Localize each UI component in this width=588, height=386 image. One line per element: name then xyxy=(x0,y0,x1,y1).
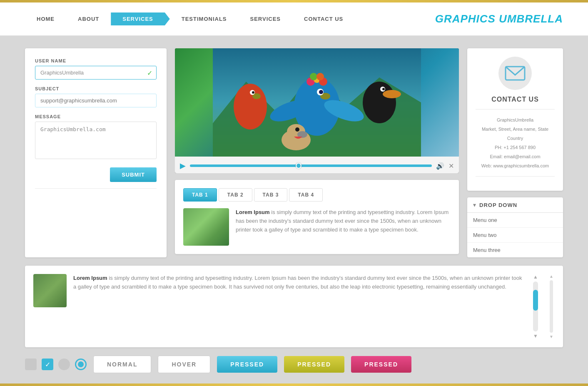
dropdown-item-3[interactable]: Menu three xyxy=(467,243,563,257)
nav-links: HOME ABOUT SERVICES TESTIMONIALS SERVICE… xyxy=(25,12,435,25)
username-label: USER NAME xyxy=(35,58,157,63)
username-input[interactable] xyxy=(35,66,157,80)
dropdown-item-1[interactable]: Menu one xyxy=(467,213,563,228)
svg-point-23 xyxy=(382,88,385,90)
scroll-text: Lorem Ipsum is simply dummy text of the … xyxy=(73,274,523,291)
dropdown-header[interactable]: ▾ DROP DOWN xyxy=(467,197,563,213)
contact-card: CONTACT US GraphicsUmbrella Market, Stre… xyxy=(467,48,563,191)
nav-bar: HOME ABOUT SERVICES TESTIMONIALS SERVICE… xyxy=(0,2,588,36)
dropdown-arrow-icon: ▾ xyxy=(473,202,476,208)
scroll-up-arrow-2[interactable]: ▲ xyxy=(549,274,553,279)
btn-pressed-pink[interactable]: PRESSED xyxy=(351,356,411,373)
dropdown-section: ▾ DROP DOWN Menu one Menu two Menu three xyxy=(467,197,563,257)
checkbox-checked[interactable]: ✓ xyxy=(42,359,53,370)
scrollbar-track[interactable] xyxy=(533,281,538,331)
tab-4-button[interactable]: TAB 4 xyxy=(289,188,323,202)
scroll-down-arrow[interactable]: ▼ xyxy=(533,333,538,339)
tab-text: Lorem Ipsum is simply dummy text of the … xyxy=(236,208,451,234)
contact-form-panel: USER NAME ✓ SUBJECT MESSAGE GraphicsUmbr… xyxy=(25,48,167,257)
form-divider xyxy=(35,188,157,189)
nav-item-services2[interactable]: SERVICES xyxy=(239,12,293,25)
contact-title: CONTACT US xyxy=(476,96,555,103)
message-label: MESSAGE xyxy=(35,114,157,119)
scrollbar-thin-container: ▲ ▼ xyxy=(548,274,555,339)
radio-filled[interactable] xyxy=(75,359,87,370)
contact-name: GraphicsUmbrella xyxy=(476,115,555,125)
nav-item-contact[interactable]: CONTACT US xyxy=(292,12,355,25)
nav-item-testimonials[interactable]: TESTIMONIALS xyxy=(170,12,239,25)
svg-point-6 xyxy=(319,90,323,94)
video-controls: ▶ 🔊 ✕ xyxy=(175,157,459,173)
btn-pressed-yellow[interactable]: PRESSED xyxy=(284,356,344,373)
play-button[interactable]: ▶ xyxy=(180,161,186,170)
tab-text-bold: Lorem Ipsum xyxy=(236,209,270,215)
scroll-bold: Lorem Ipsum xyxy=(73,275,107,281)
username-wrapper: ✓ xyxy=(35,66,157,80)
svg-point-12 xyxy=(310,73,317,80)
volume-icon[interactable]: 🔊 xyxy=(436,162,444,170)
scroll-down-arrow-2[interactable]: ▼ xyxy=(549,334,553,339)
scroll-up-arrow[interactable]: ▲ xyxy=(533,274,538,280)
scroll-content: Lorem Ipsum is simply dummy text of the … xyxy=(73,274,523,339)
scrollbar-thumb xyxy=(533,290,538,311)
nav-item-home[interactable]: HOME xyxy=(25,12,66,25)
tab-2-button[interactable]: TAB 2 xyxy=(219,188,252,202)
scroll-body: is simply dummy text of the printing and… xyxy=(73,275,522,290)
contact-phone: PH: +1 254 567 890 xyxy=(476,143,555,152)
svg-point-27 xyxy=(295,127,299,132)
second-row: Lorem Ipsum is simply dummy text of the … xyxy=(0,266,588,351)
bottom-row: ✓ NORMAL HOVER PRESSED PRESSED PRESSED xyxy=(0,351,588,381)
dropdown-item-2[interactable]: Menu two xyxy=(467,228,563,243)
progress-thumb xyxy=(296,163,301,169)
checkbox-empty[interactable] xyxy=(25,359,37,370)
main-content: USER NAME ✓ SUBJECT MESSAGE GraphicsUmbr… xyxy=(0,40,588,266)
checkbox-group: ✓ xyxy=(25,359,87,370)
contact-address1: Market, Street, Area name, State xyxy=(476,125,555,134)
scrollbar-container: ▲ ▼ xyxy=(530,274,541,339)
svg-point-18 xyxy=(252,91,254,94)
mail-icon xyxy=(505,65,526,82)
contact-info: GraphicsUmbrella Market, Street, Area na… xyxy=(476,115,555,170)
right-panel: CONTACT US GraphicsUmbrella Market, Stre… xyxy=(467,48,563,257)
radio-empty[interactable] xyxy=(58,359,70,370)
check-icon: ✓ xyxy=(147,69,152,77)
video-container: ▶ 🔊 ✕ xyxy=(175,48,459,173)
message-textarea[interactable]: GraphicsUmbrella.com xyxy=(35,122,157,159)
center-panel: ▶ 🔊 ✕ TAB 1 TAB 2 TAB 3 TAB 4 Lorem Ipsu… xyxy=(175,48,459,257)
contact-divider-1 xyxy=(476,109,555,110)
scroll-tabs-panel: Lorem Ipsum is simply dummy text of the … xyxy=(25,266,563,347)
scroll-image xyxy=(33,274,67,307)
progress-bar[interactable] xyxy=(190,164,432,167)
radio-inner xyxy=(78,361,84,367)
tabs-header: TAB 1 TAB 2 TAB 3 TAB 4 xyxy=(183,188,451,202)
tab-1-button[interactable]: TAB 1 xyxy=(183,188,217,202)
tab-3-button[interactable]: TAB 3 xyxy=(254,188,288,202)
gold-border-bottom xyxy=(0,384,588,386)
btn-pressed-blue[interactable]: PRESSED xyxy=(217,356,277,373)
scrollbar-thin-track[interactable] xyxy=(550,280,553,333)
submit-button[interactable]: SUBMIT xyxy=(110,167,157,182)
contact-address2: Country xyxy=(476,134,555,143)
tabs-section: TAB 1 TAB 2 TAB 3 TAB 4 Lorem Ipsum is s… xyxy=(175,180,459,254)
subject-wrapper xyxy=(35,94,157,107)
nav-logo: GRAPHICS UMBRELLA xyxy=(435,12,563,25)
contact-email: Email: email@email.com xyxy=(476,152,555,161)
svg-point-13 xyxy=(316,73,324,80)
btn-hover[interactable]: HOVER xyxy=(158,356,210,373)
nav-item-about[interactable]: ABOUT xyxy=(66,12,111,25)
mail-icon-wrapper xyxy=(498,57,532,90)
btn-normal[interactable]: NORMAL xyxy=(93,356,151,373)
contact-divider-2 xyxy=(476,176,555,177)
svg-point-21 xyxy=(383,90,401,98)
contact-web: Web: www.graphicsumbrella.com xyxy=(476,161,555,170)
subject-label: SUBJECT xyxy=(35,86,157,91)
video-placeholder xyxy=(175,48,459,157)
tab-image xyxy=(183,208,229,246)
subject-input[interactable] xyxy=(35,94,157,107)
nav-item-services-active[interactable]: SERVICES xyxy=(111,12,170,25)
fullscreen-icon[interactable]: ✕ xyxy=(448,162,454,170)
dropdown-title-label: DROP DOWN xyxy=(479,202,517,208)
tab-content: Lorem Ipsum is simply dummy text of the … xyxy=(183,208,451,246)
